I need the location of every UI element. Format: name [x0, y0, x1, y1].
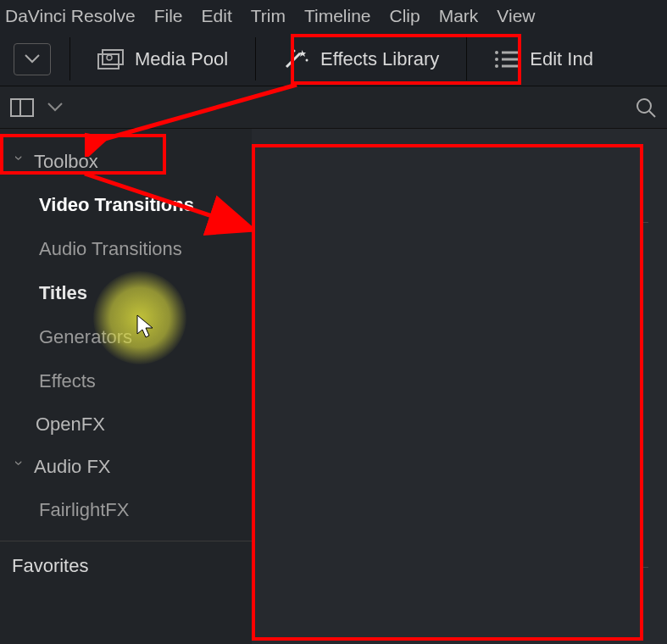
transition-icon	[284, 348, 309, 364]
titles-item[interactable]: Titles	[0, 271, 252, 315]
effects-item[interactable]: Effects	[0, 359, 252, 403]
svg-point-2	[107, 55, 112, 60]
panel-title: Video Transitions	[270, 144, 648, 168]
svg-point-4	[306, 58, 308, 61]
generators-item[interactable]: Generators	[0, 315, 252, 359]
chevron-down-icon[interactable]	[47, 103, 63, 113]
effects-sidebar: › Toolbox Video Transitions Audio Transi…	[0, 129, 252, 644]
effects-library-button[interactable]: Effects Library	[275, 43, 447, 75]
favorites-section[interactable]: Favorites	[0, 541, 252, 591]
audiofx-category[interactable]: › Audio FX	[0, 446, 252, 488]
transition-smooth-cut[interactable]: Smooth Cut	[270, 470, 648, 516]
menu-view[interactable]: View	[497, 6, 535, 26]
transition-dip-to-color-dissolve[interactable]: Dip To Color Dissolve	[270, 379, 648, 425]
audio-transitions-item[interactable]: Audio Transitions	[0, 227, 252, 271]
top-menu-bar: DaVinci Resolve File Edit Trim Timeline …	[0, 0, 667, 32]
search-icon[interactable]	[635, 97, 657, 119]
effects-library-label: Effects Library	[320, 48, 439, 70]
menu-davinci[interactable]: DaVinci Resolve	[5, 6, 136, 26]
transition-icon	[284, 440, 309, 455]
transition-icon	[284, 394, 309, 409]
edit-index-button[interactable]: Edit Ind	[486, 43, 602, 75]
audiofx-label: Audio FX	[34, 456, 111, 478]
list-icon	[494, 50, 520, 69]
transition-cross-dissolve[interactable]: Cross Dissolve	[270, 333, 648, 379]
edit-index-label: Edit Ind	[530, 48, 593, 70]
svg-rect-7	[502, 51, 519, 53]
svg-line-13	[649, 111, 655, 117]
iris-section-label: Iris	[279, 538, 648, 568]
magic-wand-icon	[283, 48, 310, 70]
svg-line-3	[286, 53, 300, 67]
svg-rect-1	[103, 50, 123, 64]
media-pool-label: Media Pool	[135, 48, 228, 70]
menu-timeline[interactable]: Timeline	[304, 6, 371, 26]
chevron-down-icon: ›	[10, 460, 28, 474]
layout-icon[interactable]	[10, 98, 34, 117]
svg-rect-9	[502, 58, 519, 60]
transition-icon	[284, 257, 309, 272]
svg-rect-0	[98, 54, 119, 69]
transitions-panel: Video Transitions Dissolve Additive Diss…	[252, 129, 667, 644]
toolbox-label: Toolbox	[34, 151, 98, 173]
dropdown-chip[interactable]	[14, 43, 51, 75]
svg-point-8	[495, 58, 498, 61]
sub-toolbar	[0, 86, 667, 129]
transition-icon	[284, 486, 309, 501]
toolbox-category[interactable]: › Toolbox	[0, 141, 252, 183]
transition-blur-dissolve[interactable]: Blur Dissolve	[270, 287, 648, 333]
menu-clip[interactable]: Clip	[390, 6, 420, 26]
openfx-label: OpenFX	[36, 414, 105, 436]
transition-icon	[284, 303, 309, 318]
svg-point-10	[495, 64, 498, 68]
menu-mark[interactable]: Mark	[439, 6, 479, 26]
transition-additive-dissolve[interactable]: Additive Dissolve	[270, 242, 648, 287]
menu-trim[interactable]: Trim	[251, 6, 286, 26]
video-transitions-item[interactable]: Video Transitions	[0, 183, 252, 227]
fairlightfx-item[interactable]: FairlightFX	[0, 488, 252, 532]
openfx-category[interactable]: OpenFX	[0, 403, 252, 446]
svg-rect-11	[502, 64, 519, 67]
dissolve-section-label: Dissolve	[279, 193, 648, 223]
menu-edit[interactable]: Edit	[202, 6, 232, 26]
media-pool-icon	[97, 49, 125, 69]
toolbar: Media Pool Effects Library Edit Ind	[0, 32, 667, 86]
chevron-down-icon: ›	[10, 155, 28, 169]
media-pool-button[interactable]: Media Pool	[89, 43, 236, 75]
svg-point-5	[293, 49, 296, 52]
menu-file[interactable]: File	[154, 6, 183, 26]
svg-point-12	[637, 99, 651, 113]
svg-point-6	[495, 51, 498, 54]
transition-non-additive-dissolve[interactable]: Non-Additive Dissolve	[270, 425, 648, 470]
